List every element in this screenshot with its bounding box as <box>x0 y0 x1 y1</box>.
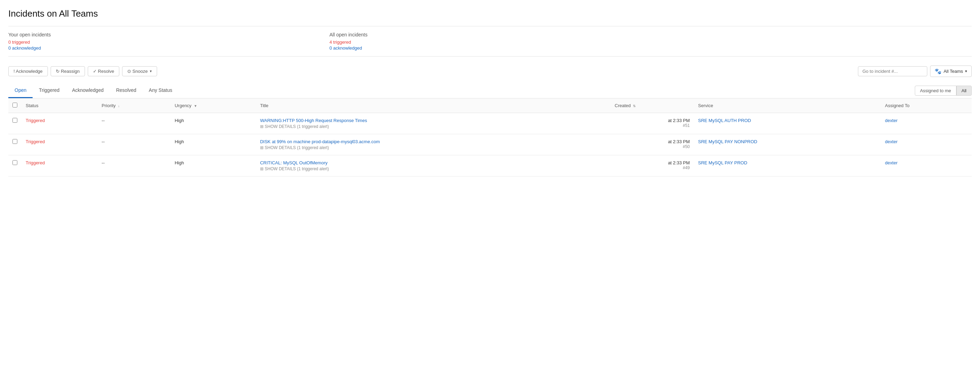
col-urgency[interactable]: Urgency ▼ <box>170 99 256 113</box>
table-row: Triggered -- High CRITICAL: MySQL OutOfM… <box>8 155 972 176</box>
row-created: at 2:33 PM #50 <box>611 134 694 155</box>
row-priority: -- <box>97 113 170 134</box>
created-time: at 2:33 PM <box>615 160 690 165</box>
status-badge: Triggered <box>25 118 45 123</box>
incident-title-link[interactable]: WARNING:HTTP 500-High Request Response T… <box>260 118 367 123</box>
tab-triggered[interactable]: Triggered <box>33 83 65 98</box>
tabs-left: Open Triggered Acknowledged Resolved Any… <box>8 83 178 98</box>
incident-number: #51 <box>615 123 690 128</box>
incident-number: #50 <box>615 144 690 149</box>
teams-chevron-icon: ▾ <box>965 69 967 73</box>
table-row: Triggered -- High DISK at 99% on machine… <box>8 134 972 155</box>
row-priority: -- <box>97 155 170 176</box>
reassign-button[interactable]: ↻ Reassign <box>51 66 85 76</box>
row-urgency: High <box>170 155 256 176</box>
show-details[interactable]: ⊞ SHOW DETAILS (1 triggered alert) <box>260 145 606 150</box>
row-status: Triggered <box>22 113 97 134</box>
select-all-checkbox[interactable] <box>13 103 18 108</box>
all-triggered-link[interactable]: 4 triggered <box>329 40 972 45</box>
row-checkbox-cell <box>8 134 22 155</box>
row-assigned-to: dexter <box>881 134 972 155</box>
incident-number: #49 <box>615 165 690 170</box>
col-created[interactable]: Created ⇅ <box>611 99 694 113</box>
row-checkbox[interactable] <box>13 139 18 144</box>
urgency-filter-icon: ▼ <box>194 104 197 108</box>
snooze-label: ⊙ Snooze <box>127 68 148 74</box>
snooze-button[interactable]: ⊙ Snooze ▾ <box>122 66 157 76</box>
service-link[interactable]: SRE MySQL PAY NONPROD <box>698 139 757 144</box>
toolbar-actions: ! Acknowledge ↻ Reassign ✓ Resolve ⊙ Sno… <box>8 66 157 76</box>
status-badge: Triggered <box>25 139 45 144</box>
col-priority[interactable]: Priority ↓ <box>97 99 170 113</box>
row-created: at 2:33 PM #51 <box>611 113 694 134</box>
table-row: Triggered -- High WARNING:HTTP 500-High … <box>8 113 972 134</box>
tab-any-status[interactable]: Any Status <box>143 83 178 98</box>
service-link[interactable]: SRE MySQL AUTH PROD <box>698 118 751 123</box>
show-details[interactable]: ⊞ SHOW DETAILS (1 triggered alert) <box>260 167 606 171</box>
assigned-to-me-button[interactable]: Assigned to me <box>915 86 956 96</box>
main-page: Incidents on All Teams Your open inciden… <box>0 0 980 380</box>
tabs-right: Assigned to me All <box>915 86 972 96</box>
row-assigned-to: dexter <box>881 113 972 134</box>
tabs-bar: Open Triggered Acknowledged Resolved Any… <box>8 83 972 99</box>
assigned-link[interactable]: dexter <box>885 160 897 165</box>
row-checkbox-cell <box>8 155 22 176</box>
all-open-incidents: All open incidents 4 triggered 0 acknowl… <box>329 32 972 51</box>
acknowledge-button[interactable]: ! Acknowledge <box>8 66 48 76</box>
row-title: WARNING:HTTP 500-High Request Response T… <box>256 113 611 134</box>
resolve-button[interactable]: ✓ Resolve <box>88 66 119 76</box>
tab-resolved[interactable]: Resolved <box>110 83 143 98</box>
row-created: at 2:33 PM #49 <box>611 155 694 176</box>
row-service: SRE MySQL PAY PROD <box>694 155 881 176</box>
your-triggered-link[interactable]: 0 triggered <box>8 40 329 45</box>
open-incidents-bar: Your open incidents 0 triggered 0 acknow… <box>8 26 972 57</box>
created-time: at 2:33 PM <box>615 118 690 123</box>
row-status: Triggered <box>22 155 97 176</box>
your-open-incidents: Your open incidents 0 triggered 0 acknow… <box>8 32 329 51</box>
teams-icon: 🐾 <box>935 68 942 75</box>
row-service: SRE MySQL AUTH PROD <box>694 113 881 134</box>
created-time: at 2:33 PM <box>615 139 690 144</box>
page-title: Incidents on All Teams <box>8 8 972 19</box>
teams-label: All Teams <box>943 68 963 74</box>
show-details[interactable]: ⊞ SHOW DETAILS (1 triggered alert) <box>260 124 606 129</box>
row-title: CRITICAL: MySQL OutOfMemory ⊞ SHOW DETAI… <box>256 155 611 176</box>
created-sort-icon: ⇅ <box>633 104 636 108</box>
all-button[interactable]: All <box>956 86 972 96</box>
row-service: SRE MySQL PAY NONPROD <box>694 134 881 155</box>
your-acknowledged-link[interactable]: 0 acknowledged <box>8 45 329 51</box>
all-acknowledged-link[interactable]: 0 acknowledged <box>329 45 972 51</box>
row-priority: -- <box>97 134 170 155</box>
tab-acknowledged[interactable]: Acknowledged <box>66 83 110 98</box>
row-urgency: High <box>170 113 256 134</box>
row-status: Triggered <box>22 134 97 155</box>
row-checkbox-cell <box>8 113 22 134</box>
table-header-row: Status Priority ↓ Urgency ▼ Title Create… <box>8 99 972 113</box>
col-checkbox <box>8 99 22 113</box>
col-service: Service <box>694 99 881 113</box>
priority-sort-icon: ↓ <box>118 104 119 108</box>
row-assigned-to: dexter <box>881 155 972 176</box>
toolbar: ! Acknowledge ↻ Reassign ✓ Resolve ⊙ Sno… <box>8 62 972 80</box>
toolbar-right: 🐾 All Teams ▾ <box>858 65 972 77</box>
row-checkbox[interactable] <box>13 160 18 165</box>
row-title: DISK at 99% on machine prod-datapipe-mys… <box>256 134 611 155</box>
your-open-incidents-label: Your open incidents <box>8 32 329 37</box>
incidents-table: Status Priority ↓ Urgency ▼ Title Create… <box>8 99 972 176</box>
col-status: Status <box>22 99 97 113</box>
assigned-link[interactable]: dexter <box>885 118 897 123</box>
col-assigned-to: Assigned To <box>881 99 972 113</box>
tab-open[interactable]: Open <box>8 83 33 98</box>
row-checkbox[interactable] <box>13 118 18 123</box>
incident-search-input[interactable] <box>858 66 927 76</box>
status-badge: Triggered <box>25 160 45 165</box>
service-link[interactable]: SRE MySQL PAY PROD <box>698 160 747 165</box>
teams-dropdown[interactable]: 🐾 All Teams ▾ <box>930 65 972 77</box>
incident-title-link[interactable]: CRITICAL: MySQL OutOfMemory <box>260 160 328 165</box>
snooze-chevron-icon: ▾ <box>150 69 152 73</box>
assigned-link[interactable]: dexter <box>885 139 897 144</box>
incident-title-link[interactable]: DISK at 99% on machine prod-datapipe-mys… <box>260 139 380 144</box>
col-title: Title <box>256 99 611 113</box>
row-urgency: High <box>170 134 256 155</box>
all-open-incidents-label: All open incidents <box>329 32 972 37</box>
